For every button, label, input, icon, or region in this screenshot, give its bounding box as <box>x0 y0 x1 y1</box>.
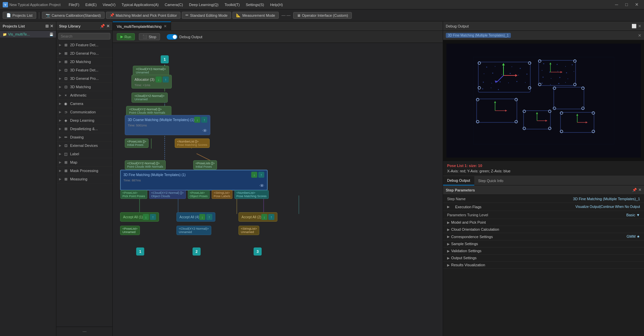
step-item-3d-general[interactable]: ▶ ⊡ 3D General Pro... <box>56 74 112 83</box>
flow-canvas[interactable]: 1 <Cloud(XYZ-Normal)> Unnamed Allocator … <box>113 43 443 336</box>
coarse-matching-node[interactable]: 3D Coarse Matching (Multiple Templates) … <box>125 115 210 135</box>
output-node-1[interactable]: 1 <box>136 247 144 256</box>
fine-btn2[interactable]: ↑ <box>258 172 264 178</box>
section-output[interactable]: ▶ Output Settings <box>443 255 644 262</box>
accept1-btn2[interactable]: ↑ <box>150 214 156 220</box>
debug-output-toggle[interactable]: Debug Output <box>164 34 205 40</box>
allocator-btn2[interactable]: ↑ <box>163 76 169 82</box>
section-cloud-orientation[interactable]: ▶ Cloud Orientation Calculation <box>443 226 644 233</box>
section-expand-icon[interactable]: ▶ <box>447 242 450 246</box>
debug-tab-quick-info[interactable]: Step Quick Info <box>474 176 507 185</box>
menu-typical-apps[interactable]: Typical Applications(A) <box>119 2 161 7</box>
params-close-icon[interactable]: ✕ <box>638 188 641 192</box>
start-node[interactable]: 1 <box>161 55 169 63</box>
coarse-btn2[interactable]: ↑ <box>201 117 207 123</box>
menu-view[interactable]: View(V) <box>100 2 118 7</box>
menu-deep-learning[interactable]: Deep Learning(Q) <box>186 2 221 7</box>
operator-interface-button[interactable]: 🖥 Operator Interface (Custom) <box>293 12 352 19</box>
step-item-camera[interactable]: ▶ ◉ Camera <box>56 100 112 108</box>
step-item-2d-matching[interactable]: ▶ ⊞ 2D Matching <box>56 58 112 66</box>
section-correspondence[interactable]: ▶ Correspondence Settings GMM ★ <box>443 233 644 240</box>
step-search-input[interactable] <box>58 33 110 40</box>
exec-flags-expand[interactable]: ▶ <box>447 205 450 209</box>
tab-vis-multitemplate[interactable]: Vis_multiTemplateMatching ✕ <box>113 21 171 31</box>
menu-help[interactable]: Help(H) <box>267 2 285 7</box>
projects-add-icon[interactable]: ⊞ <box>45 24 49 29</box>
accept2-node[interactable]: Accept All (4) ↓ ↑ <box>176 212 215 222</box>
stop-button[interactable]: ⬛ Stop <box>139 33 160 40</box>
step-item-measuring[interactable]: ▶ ⊞ Measuring <box>56 175 112 183</box>
menu-file[interactable]: File(F) <box>66 2 82 7</box>
step-library-close-icon[interactable]: ✕ <box>106 24 110 29</box>
debug-tab-close[interactable]: ✕ <box>638 33 641 38</box>
section-expand-icon[interactable]: ▶ <box>447 235 450 238</box>
menu-toolkit[interactable]: Toolkit(T) <box>222 2 243 7</box>
standard-editing-button[interactable]: ✏ Standard Editing Mode <box>182 12 231 19</box>
accept3-node[interactable]: Accept All (2) ↓ ↑ <box>238 212 277 222</box>
minimize-button[interactable]: ─ <box>612 1 621 8</box>
maximize-button[interactable]: □ <box>622 1 631 8</box>
step-item-2d-general[interactable]: ▶ ⊞ 2D General Pro... <box>56 49 112 58</box>
step-item-external-devices[interactable]: ▶ ⊡ External Devices <box>56 142 112 150</box>
section-sample[interactable]: ▶ Sample Settings <box>443 240 644 247</box>
step-item-deep-learning[interactable]: ▶ ◈ Deep Learning <box>56 116 112 125</box>
matching-button[interactable]: 📌 Matching Model and Pick Point Editor <box>106 12 181 19</box>
debug-close-icon[interactable]: ✕ <box>638 24 641 29</box>
section-results-viz[interactable]: ▶ Results Visualization <box>443 262 644 269</box>
step-item-map[interactable]: ▶ ⊞ Map <box>56 158 112 167</box>
fine-matching-node[interactable]: 3D Fine Matching (Multiple Templates) (1… <box>120 170 268 190</box>
step-library-pin-icon[interactable]: 📌 <box>100 24 105 29</box>
accept1-node[interactable]: Accept All (1) ↓ ↑ <box>120 212 159 222</box>
output-node-3[interactable]: 3 <box>254 247 262 256</box>
debug-step-tab[interactable]: 3D Fine Matching (Multiple Templates)_1 <box>446 33 511 38</box>
section-expand-icon[interactable]: ▶ <box>447 249 450 253</box>
coarse-btn1[interactable]: ↓ <box>194 117 200 123</box>
section-expand-icon[interactable]: ▶ <box>447 256 450 260</box>
step-item-label[interactable]: ▶ ◫ Label <box>56 150 112 158</box>
debug-expand-icon[interactable]: ⬜ <box>632 24 637 29</box>
debug-tab-output[interactable]: Debug Output <box>443 176 474 185</box>
step-item-arithmetic[interactable]: ▶ × Arithmetic <box>56 91 112 100</box>
params-pin-icon[interactable]: 📌 <box>632 188 637 192</box>
tab-close-icon[interactable]: ✕ <box>164 24 167 29</box>
tuning-value[interactable]: Basic ▼ <box>626 213 640 217</box>
accept3-btn1[interactable]: ↓ <box>261 214 267 220</box>
accept2-btn1[interactable]: ↓ <box>199 214 205 220</box>
menu-camera[interactable]: Camera(C) <box>162 2 185 7</box>
step-item-3d-feature[interactable]: ▶ ⊡ 3D Feature Det... <box>56 66 112 74</box>
section-model-pick[interactable]: ▶ Model and Pick Point <box>443 219 644 226</box>
menu-edit[interactable]: Edit(E) <box>83 2 99 7</box>
section-expand-icon[interactable]: ▶ <box>447 263 450 267</box>
step-item-drawing[interactable]: ▶ ✏ Drawing <box>56 133 112 142</box>
step-item-communication[interactable]: ▶ ⊃ Communication <box>56 108 112 116</box>
step-item-mask-processing[interactable]: ▶ ⊠ Mask Processing <box>56 167 112 175</box>
project-save-icon[interactable]: 💾 <box>49 33 53 36</box>
accept2-btn2[interactable]: ↑ <box>206 214 212 220</box>
section-expand-icon[interactable]: ▶ <box>447 228 450 231</box>
new-project-button[interactable]: 📄 Projects List <box>3 12 36 19</box>
menu-settings[interactable]: Settings(S) <box>243 2 267 7</box>
eye-icon[interactable]: 👁 <box>260 183 264 188</box>
output-node-2[interactable]: 2 <box>193 247 201 256</box>
allocator-btn1[interactable]: ↓ <box>156 76 162 82</box>
step-library-expand-icon[interactable]: ⋯ <box>83 329 87 334</box>
projects-close-icon[interactable]: ✕ <box>50 24 53 29</box>
allocator-node[interactable]: Allocator (3) ↓ ↑ Time: <1ms <box>131 75 172 89</box>
step-item-depalletizing[interactable]: ▶ ⊞ Depalletizing &... <box>56 125 112 133</box>
camera-calib-button[interactable]: 📷 Camera Calibration(Standard) <box>42 12 105 19</box>
measurement-mode-button[interactable]: 📐 Measurement Mode <box>232 12 279 19</box>
toggle-switch[interactable] <box>167 34 177 40</box>
step-item-2d-feature[interactable]: ▶ ⊞ 2D Feature Det... <box>56 41 112 49</box>
eye-icon[interactable]: 👁 <box>203 128 207 133</box>
run-button[interactable]: ▶ Run <box>117 33 135 40</box>
close-button[interactable]: ✕ <box>632 1 641 8</box>
section-validation[interactable]: ▶ Validation Settings <box>443 247 644 255</box>
accept3-btn2[interactable]: ↑ <box>268 214 274 220</box>
fine-btn1[interactable]: ↓ <box>251 172 257 178</box>
step-item-3d-matching[interactable]: ▶ ⊡ 3D Matching <box>56 83 112 91</box>
project-item-vis[interactable]: 📁 Vis_multiTe... 💾 <box>0 31 56 38</box>
cloud-input-node[interactable]: <Cloud(XYZ-Normal)> Unnamed <box>133 66 169 76</box>
section-expand-icon[interactable]: ▶ <box>447 221 450 224</box>
accept1-btn1[interactable]: ↓ <box>143 214 149 220</box>
svg-point-40 <box>543 63 544 64</box>
